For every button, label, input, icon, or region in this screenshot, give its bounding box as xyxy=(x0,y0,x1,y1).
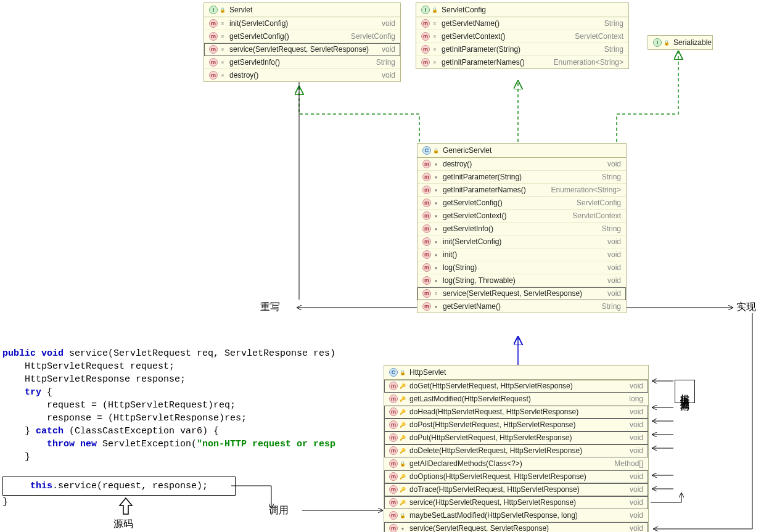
method-signature: getInitParameterNames() xyxy=(443,186,545,194)
method-row: m●init(ServletConfig)void xyxy=(417,235,626,248)
method-row: m≡getServletName()String xyxy=(416,17,628,30)
modifier-icon: ● xyxy=(400,525,406,531)
return-type: void xyxy=(630,498,643,507)
return-type: String xyxy=(602,224,621,233)
method-signature: getServletInfo() xyxy=(229,58,370,67)
method-row: m≡service(ServletRequest, ServletRespons… xyxy=(417,287,626,300)
modifier-icon: ● xyxy=(433,187,439,193)
method-row: m●service(ServletRequest, ServletRespons… xyxy=(384,522,648,532)
this-service-box: this.service(request, response); xyxy=(2,477,236,496)
method-row: m🔑doDelete(HttpServletRequest, HttpServl… xyxy=(384,444,648,457)
method-row: m≡init(ServletConfig)void xyxy=(204,17,400,30)
method-row: m≡getServletContext()ServletContext xyxy=(416,30,628,43)
return-type: void xyxy=(607,237,621,246)
method-icon: m xyxy=(389,446,398,455)
modifier-icon: 🔒 xyxy=(400,460,406,467)
method-row: m●log(String)void xyxy=(417,261,626,274)
method-signature: service(ServletRequest, ServletResponse) xyxy=(443,289,601,298)
modifier-icon: 🔑 xyxy=(400,499,406,505)
class-header: C 🔒 GenericServlet xyxy=(417,144,626,158)
method-row: m🔑doOptions(HttpServletRequest, HttpServ… xyxy=(384,470,648,483)
modifier-icon: ≡ xyxy=(220,59,226,65)
method-icon: m xyxy=(421,58,430,67)
method-icon: m xyxy=(209,71,218,80)
method-signature: getServletContext() xyxy=(443,211,566,220)
method-icon: m xyxy=(389,498,398,507)
return-type: String xyxy=(604,45,623,54)
return-type: String xyxy=(376,58,395,67)
modifier-icon: ≡ xyxy=(432,33,438,39)
method-row: m●getServletConfig()ServletConfig xyxy=(417,197,626,210)
return-type: void xyxy=(382,71,395,80)
modifier-icon: ≡ xyxy=(220,20,226,27)
return-type: void xyxy=(607,276,621,285)
modifier-icon: 🔒 xyxy=(400,369,406,375)
return-type: void xyxy=(382,45,395,54)
method-signature: doGet(HttpServletRequest, HttpServletRes… xyxy=(409,382,623,390)
return-type: String xyxy=(602,302,621,311)
return-type: void xyxy=(607,289,621,298)
method-icon: m xyxy=(389,382,398,390)
method-icon: m xyxy=(422,160,431,168)
class-icon: C xyxy=(389,368,398,377)
method-icon: m xyxy=(389,459,398,468)
class-header: I 🔒 ServletConfig xyxy=(416,3,628,17)
class-genericservlet: C 🔒 GenericServlet m●destroy()voidm●getI… xyxy=(417,143,627,313)
method-icon: m xyxy=(422,224,431,233)
method-icon: m xyxy=(422,302,431,311)
method-row: m●getServletInfo()String xyxy=(417,223,626,235)
method-signature: getInitParameter(String) xyxy=(442,45,598,54)
method-list: m≡getServletName()Stringm≡getServletCont… xyxy=(416,17,628,68)
return-type: ServletConfig xyxy=(577,198,621,207)
modifier-icon: ● xyxy=(433,161,439,167)
modifier-icon: ● xyxy=(433,226,439,232)
modifier-icon: 🔑 xyxy=(400,486,406,493)
method-icon: m xyxy=(422,173,431,181)
method-row: m🔒maybeSetLastModified(HttpServletRespon… xyxy=(384,509,648,522)
method-list: m≡init(ServletConfig)voidm≡getServletCon… xyxy=(204,17,400,81)
return-type: void xyxy=(630,446,643,455)
modifier-icon: 🔒 xyxy=(220,7,226,13)
method-icon: m xyxy=(422,237,431,246)
method-icon: m xyxy=(389,433,398,442)
method-signature: service(ServletRequest, ServletResponse) xyxy=(229,45,376,54)
method-row: m●log(String, Throwable)void xyxy=(417,274,626,287)
method-row: m≡getServletInfo()String xyxy=(204,56,400,69)
return-type: void xyxy=(630,382,643,390)
method-signature: getServletConfig() xyxy=(443,198,570,207)
method-icon: m xyxy=(422,198,431,207)
modifier-icon: 🔒 xyxy=(432,7,438,13)
method-row: m●getServletName()String xyxy=(417,300,626,313)
method-row: m≡service(ServletRequest, ServletRespons… xyxy=(204,43,400,56)
source-code: public void service(ServletRequest req, … xyxy=(2,334,335,509)
interface-icon: I xyxy=(653,38,662,47)
return-type: void xyxy=(630,407,643,416)
method-signature: destroy() xyxy=(229,71,376,80)
class-title: HttpServlet xyxy=(409,368,446,377)
method-row: m🔑doTrace(HttpServletRequest, HttpServle… xyxy=(384,483,648,496)
method-icon: m xyxy=(421,19,430,28)
method-signature: doOptions(HttpServletRequest, HttpServle… xyxy=(409,472,623,481)
method-signature: maybeSetLastModified(HttpServletResponse… xyxy=(409,511,623,520)
method-row: m≡getServletConfig()ServletConfig xyxy=(204,30,400,43)
modifier-icon: ● xyxy=(433,252,439,258)
modifier-icon: ● xyxy=(433,303,439,309)
modifier-icon: 🔑 xyxy=(400,396,406,402)
modifier-icon: ≡ xyxy=(220,46,226,52)
modifier-icon: ≡ xyxy=(432,59,438,65)
method-signature: getInitParameterNames() xyxy=(442,58,548,67)
modifier-icon: ● xyxy=(433,239,439,245)
class-title: Serializable xyxy=(673,38,712,47)
method-signature: getServletName() xyxy=(442,19,598,28)
modifier-icon: 🔑 xyxy=(400,435,406,441)
method-list: m●destroy()voidm●getInitParameter(String… xyxy=(417,158,626,313)
modifier-icon: ≡ xyxy=(432,20,438,27)
method-signature: getServletContext() xyxy=(442,32,569,41)
method-icon: m xyxy=(209,32,218,41)
method-icon: m xyxy=(422,250,431,259)
return-type: void xyxy=(630,433,643,442)
method-icon: m xyxy=(422,186,431,194)
return-type: void xyxy=(382,19,395,28)
class-httpservlet: C 🔒 HttpServlet m🔑doGet(HttpServletReque… xyxy=(384,365,649,532)
method-icon: m xyxy=(422,289,431,298)
